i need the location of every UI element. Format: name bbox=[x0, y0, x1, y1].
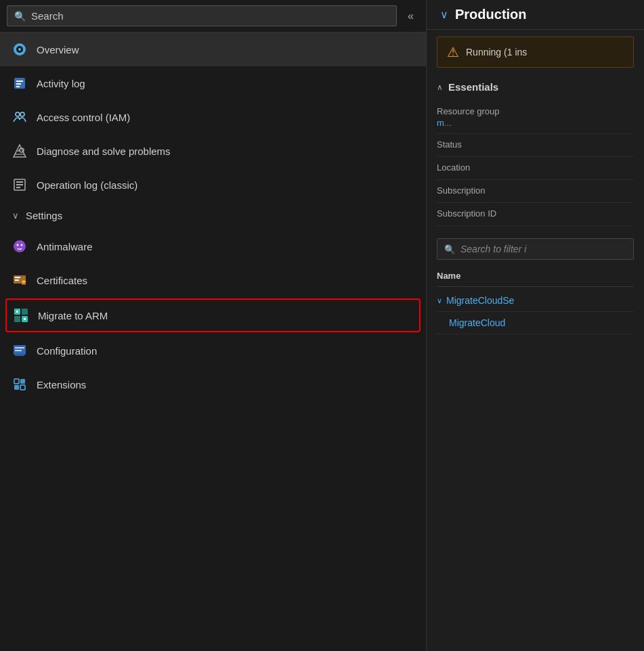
svg-rect-32 bbox=[24, 318, 26, 320]
sidebar: 🔍 Search « Overview bbox=[0, 0, 427, 651]
sidebar-item-label-activity-log: Activity log bbox=[37, 78, 85, 89]
svg-point-16 bbox=[14, 240, 26, 252]
svg-rect-40 bbox=[20, 385, 25, 390]
sidebar-item-label-extensions: Extensions bbox=[37, 379, 86, 390]
search-bar: 🔍 Search « bbox=[0, 0, 426, 32]
essentials-header[interactable]: ∧ Essentials bbox=[437, 81, 634, 93]
essentials-resource-group: Resource group m... bbox=[437, 101, 634, 134]
configuration-icon bbox=[12, 343, 27, 358]
sidebar-item-certificates[interactable]: Certificates bbox=[0, 263, 426, 297]
sidebar-item-activity-log[interactable]: Activity log bbox=[0, 66, 426, 100]
essentials-status: Status bbox=[437, 134, 634, 157]
nav-items-container: Overview Activity log bbox=[0, 32, 426, 651]
svg-point-17 bbox=[17, 244, 19, 246]
svg-rect-34 bbox=[15, 354, 24, 356]
svg-rect-14 bbox=[16, 184, 23, 185]
sidebar-item-diagnose[interactable]: Diagnose and solve problems bbox=[0, 134, 426, 168]
svg-rect-4 bbox=[16, 81, 23, 82]
sidebar-item-migrate-to-arm[interactable]: Migrate to ARM bbox=[5, 298, 421, 332]
svg-rect-36 bbox=[15, 350, 22, 351]
svg-rect-22 bbox=[15, 277, 20, 278]
svg-point-18 bbox=[21, 244, 23, 246]
search-input-container[interactable]: 🔍 Search bbox=[7, 5, 397, 26]
migrate-to-arm-icon bbox=[14, 308, 28, 323]
certificates-icon bbox=[12, 273, 27, 288]
essentials-key-status: Status bbox=[437, 139, 634, 150]
essentials-key-location: Location bbox=[437, 162, 634, 173]
diagnose-icon bbox=[12, 143, 27, 158]
essentials-value-resource-group[interactable]: m... bbox=[437, 118, 634, 128]
name-column-header: Name bbox=[437, 265, 634, 287]
settings-chevron-icon: ∨ bbox=[12, 210, 19, 221]
sidebar-item-label-operation-log: Operation log (classic) bbox=[37, 179, 137, 191]
antimalware-icon bbox=[12, 239, 27, 254]
svg-rect-31 bbox=[16, 311, 18, 313]
name-row-2: MigrateCloud bbox=[437, 312, 634, 334]
sidebar-item-label-migrate-to-arm: Migrate to ARM bbox=[38, 310, 108, 321]
svg-rect-38 bbox=[20, 379, 25, 384]
right-panel-header: ∨ Production bbox=[427, 0, 644, 30]
sidebar-item-label-access-control: Access control (IAM) bbox=[37, 112, 130, 123]
search-input-label: Search bbox=[31, 10, 64, 22]
search-icon: 🔍 bbox=[14, 11, 26, 22]
svg-rect-37 bbox=[14, 379, 19, 384]
sidebar-item-label-diagnose: Diagnose and solve problems bbox=[37, 145, 171, 157]
right-panel: ∨ Production ⚠ Running (1 ins ∧ Essentia… bbox=[427, 0, 644, 651]
essentials-subscription: Subscription bbox=[437, 180, 634, 203]
collapse-button[interactable]: « bbox=[402, 7, 419, 25]
overview-icon bbox=[12, 42, 27, 57]
svg-line-26 bbox=[24, 282, 25, 285]
status-banner: ⚠ Running (1 ins bbox=[437, 37, 634, 68]
svg-point-2 bbox=[18, 48, 21, 51]
sidebar-item-extensions[interactable]: Extensions bbox=[0, 367, 426, 401]
sidebar-item-label-certificates: Certificates bbox=[37, 275, 87, 286]
extensions-icon bbox=[12, 377, 27, 392]
search-filter-icon: 🔍 bbox=[444, 244, 455, 254]
status-text: Running (1 ins bbox=[466, 47, 527, 58]
operation-log-icon bbox=[12, 177, 27, 192]
svg-rect-28 bbox=[22, 309, 28, 315]
svg-point-7 bbox=[16, 112, 20, 116]
svg-rect-23 bbox=[15, 279, 19, 281]
sidebar-item-label-antimalware: Antimalware bbox=[37, 241, 93, 252]
name-section: Name ∨ MigrateCloudSe MigrateCloud bbox=[427, 265, 644, 334]
warning-icon: ⚠ bbox=[447, 44, 459, 60]
sidebar-item-access-control[interactable]: Access control (IAM) bbox=[0, 100, 426, 134]
name-row-1: ∨ MigrateCloudSe bbox=[437, 290, 634, 312]
svg-rect-13 bbox=[16, 181, 23, 183]
svg-rect-6 bbox=[16, 86, 20, 87]
svg-rect-29 bbox=[14, 316, 20, 322]
activity-log-icon bbox=[12, 76, 27, 91]
sidebar-item-label-configuration: Configuration bbox=[37, 345, 97, 357]
production-title: Production bbox=[455, 7, 527, 22]
settings-section-label: Settings bbox=[26, 210, 62, 221]
svg-line-25 bbox=[22, 282, 23, 285]
search-filter-bar[interactable]: 🔍 Search to filter i bbox=[437, 238, 634, 260]
svg-rect-39 bbox=[14, 385, 19, 390]
svg-rect-5 bbox=[16, 83, 21, 85]
sidebar-item-overview[interactable]: Overview bbox=[0, 32, 426, 66]
production-chevron-down-icon: ∨ bbox=[440, 8, 448, 21]
essentials-subscription-id: Subscription ID bbox=[437, 203, 634, 226]
essentials-section: ∧ Essentials Resource group m... Status … bbox=[427, 74, 644, 233]
sidebar-item-label-overview: Overview bbox=[37, 44, 79, 55]
row-chevron-icon: ∨ bbox=[437, 296, 442, 305]
sidebar-item-operation-log[interactable]: Operation log (classic) bbox=[0, 168, 426, 202]
essentials-chevron-icon: ∧ bbox=[437, 83, 443, 92]
svg-point-8 bbox=[20, 112, 24, 116]
sidebar-item-antimalware[interactable]: Antimalware bbox=[0, 229, 426, 263]
search-filter-placeholder: Search to filter i bbox=[460, 244, 526, 254]
essentials-key-subscription: Subscription bbox=[437, 185, 634, 196]
essentials-key-subscription-id: Subscription ID bbox=[437, 208, 634, 219]
essentials-location: Location bbox=[437, 157, 634, 180]
svg-rect-15 bbox=[16, 187, 20, 188]
name-link-1[interactable]: MigrateCloudSe bbox=[446, 295, 514, 306]
sidebar-item-configuration[interactable]: Configuration bbox=[0, 334, 426, 367]
access-control-icon bbox=[12, 110, 27, 125]
svg-rect-35 bbox=[15, 347, 24, 349]
settings-section-header[interactable]: ∨ Settings bbox=[0, 202, 426, 229]
name-link-2[interactable]: MigrateCloud bbox=[449, 317, 505, 328]
essentials-key-resource-group: Resource group bbox=[437, 106, 634, 116]
essentials-title: Essentials bbox=[448, 81, 498, 93]
